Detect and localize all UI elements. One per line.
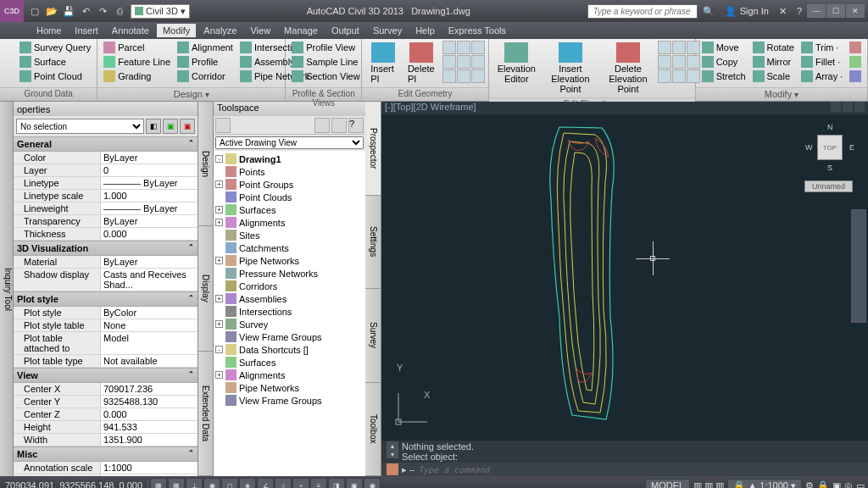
- coordinates[interactable]: 709034.091, 9325566.148, 0.000: [0, 480, 148, 488]
- expand-icon[interactable]: -: [215, 155, 223, 163]
- prop-row[interactable]: ColorByLayer: [14, 152, 198, 164]
- tab-express[interactable]: Express Tools: [442, 24, 512, 37]
- ext-tab-extdata[interactable]: Extended Data: [198, 352, 213, 476]
- prop-row[interactable]: Center X709017.236: [14, 383, 198, 396]
- polar-toggle[interactable]: ◉: [203, 478, 220, 488]
- ts-tab-prospector[interactable]: Prospector: [365, 102, 381, 196]
- help-icon[interactable]: ?: [797, 6, 802, 16]
- prop-category[interactable]: Misc⌃: [14, 446, 198, 462]
- ducs-toggle[interactable]: ⎀: [275, 478, 292, 488]
- cleanscreen-icon[interactable]: ▭: [856, 480, 865, 489]
- ext-tab-design[interactable]: Design: [198, 102, 213, 226]
- snap-toggle[interactable]: ▦: [150, 478, 167, 488]
- quickselect-icon[interactable]: ◧: [146, 119, 161, 134]
- qp-toggle[interactable]: ▣: [346, 478, 363, 488]
- selection-dropdown[interactable]: No selection: [16, 119, 144, 134]
- inquiry-tool-tab[interactable]: Inquiry Tool: [0, 102, 14, 476]
- pickadd-icon[interactable]: ▣: [180, 119, 195, 134]
- tree-node[interactable]: -Drawing1: [215, 152, 364, 165]
- 3dosnap-toggle[interactable]: ◈: [239, 478, 256, 488]
- stretch-button[interactable]: Stretch: [699, 69, 748, 83]
- expand-icon[interactable]: +: [215, 219, 223, 226]
- tab-annotate[interactable]: Annotate: [106, 24, 155, 37]
- anno-scale[interactable]: 🔒 ▲ 1:1000 ▾: [727, 479, 802, 489]
- expand-icon[interactable]: +: [215, 206, 223, 214]
- dyn-toggle[interactable]: +: [292, 478, 309, 488]
- tree-node[interactable]: Intersections: [215, 305, 364, 318]
- tree-node[interactable]: +Point Groups: [215, 178, 364, 191]
- search-icon[interactable]: 🔍: [703, 6, 715, 17]
- tree-node[interactable]: Sites: [215, 229, 364, 241]
- profile-button[interactable]: Profile: [175, 55, 236, 69]
- tab-output[interactable]: Output: [326, 24, 365, 37]
- tree-node[interactable]: +Alignments: [215, 216, 364, 229]
- undo-icon[interactable]: ↶: [78, 3, 93, 19]
- drawing-canvas[interactable]: N S E W TOP Unnamed YX: [381, 114, 868, 441]
- scale-button[interactable]: Scale: [750, 69, 797, 83]
- prop-row[interactable]: Plot styleByColor: [14, 307, 198, 319]
- prop-row[interactable]: Plot table attached toModel: [14, 332, 198, 355]
- tree-node[interactable]: +Survey: [215, 318, 364, 330]
- parcel-button[interactable]: Parcel: [101, 41, 173, 54]
- group-design[interactable]: Design ▾: [97, 87, 285, 101]
- ts-help-icon[interactable]: ?: [348, 118, 364, 133]
- vp-min-icon[interactable]: [831, 102, 841, 112]
- prop-row[interactable]: TransparencyByLayer: [14, 215, 198, 228]
- trim-button[interactable]: Trim ·: [798, 41, 845, 54]
- ucs-name[interactable]: Unnamed: [804, 180, 853, 192]
- array-button[interactable]: Array ·: [798, 69, 845, 83]
- drawing-tree[interactable]: -Drawing1Points+Point GroupsPoint Clouds…: [214, 151, 365, 476]
- prop-row[interactable]: Width1351.900: [14, 434, 198, 446]
- expand-icon[interactable]: +: [215, 180, 223, 188]
- alignment-button[interactable]: Alignment: [175, 41, 236, 54]
- delete-elevpoint-button[interactable]: Delete Elevation Point: [600, 41, 656, 96]
- geom-tools[interactable]: [442, 41, 485, 83]
- lwt-toggle[interactable]: ≡: [310, 478, 327, 488]
- expand-icon[interactable]: -: [215, 346, 223, 353]
- viewcube[interactable]: N S E W TOP: [807, 125, 853, 170]
- tab-help[interactable]: Help: [409, 24, 441, 37]
- pointcloud-button[interactable]: Point Cloud: [17, 69, 93, 83]
- insert-elevpoint-button[interactable]: Insert Elevation Point: [542, 41, 598, 96]
- ts-btn1[interactable]: [215, 118, 231, 133]
- move-button[interactable]: Move: [699, 41, 748, 54]
- tab-modify[interactable]: Modify: [157, 24, 196, 37]
- tree-node[interactable]: +Surfaces: [215, 203, 364, 216]
- prop-category[interactable]: Plot style⌃: [14, 291, 198, 307]
- tab-analyze[interactable]: Analyze: [198, 24, 242, 37]
- tree-node[interactable]: View Frame Groups: [215, 394, 364, 407]
- ts-tab-survey[interactable]: Survey: [365, 289, 381, 383]
- prop-row[interactable]: Lineweight———— ByLayer: [14, 202, 198, 215]
- properties-grid[interactable]: General⌃ColorByLayerLayer0Linetype———— B…: [14, 136, 198, 476]
- workspace-dropdown[interactable]: Civil 3D▾: [131, 4, 190, 19]
- isolate-icon[interactable]: ◎: [844, 480, 853, 489]
- expand-icon[interactable]: +: [215, 320, 223, 328]
- otrack-toggle[interactable]: ∠: [257, 478, 274, 488]
- minimize-icon[interactable]: —: [807, 4, 826, 18]
- fillet-button[interactable]: Fillet ·: [798, 55, 845, 69]
- tree-node[interactable]: -Data Shortcuts []: [215, 343, 364, 356]
- expand-icon[interactable]: +: [215, 371, 223, 379]
- sampleline-button[interactable]: Sample Line: [289, 55, 362, 69]
- sc-toggle[interactable]: ◉: [364, 478, 381, 488]
- tree-node[interactable]: +Alignments: [215, 369, 364, 381]
- prop-row[interactable]: Layer0: [14, 164, 198, 177]
- signin-button[interactable]: 👤 Sign In: [725, 6, 769, 17]
- command-input[interactable]: [418, 465, 863, 474]
- save-icon[interactable]: 💾: [61, 3, 76, 19]
- ts-tab-toolbox[interactable]: Toolbox: [365, 383, 381, 477]
- ext-tab-display[interactable]: Display: [198, 226, 213, 351]
- prop-row[interactable]: Height941.533: [14, 421, 198, 434]
- print-icon[interactable]: ⎙: [112, 3, 127, 19]
- hw-accel-icon[interactable]: ▣: [832, 480, 841, 489]
- redo-icon[interactable]: ↷: [95, 3, 110, 19]
- deletepi-button[interactable]: Delete PI: [403, 41, 441, 86]
- prop-row[interactable]: Plot table typeNot available: [14, 355, 198, 368]
- prop-category[interactable]: General⌃: [14, 136, 198, 152]
- viewport-label[interactable]: [-][Top][2D Wireframe]: [385, 102, 476, 114]
- prop-row[interactable]: Annotation scale1:1000: [14, 462, 198, 474]
- grading-button[interactable]: Grading: [101, 69, 173, 83]
- navigation-bar[interactable]: [851, 209, 866, 323]
- tab-view[interactable]: View: [244, 24, 276, 37]
- mirror-button[interactable]: Mirror: [750, 55, 797, 69]
